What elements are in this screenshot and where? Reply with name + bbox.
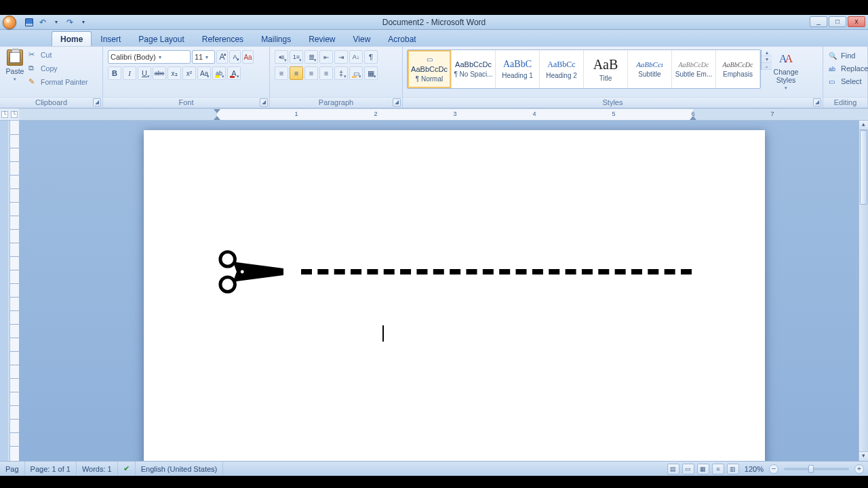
qat-customize[interactable] (77, 16, 90, 28)
tab-home[interactable]: Home (52, 31, 92, 46)
justify-button[interactable] (319, 66, 333, 80)
highlight-button[interactable]: ▾ (212, 66, 226, 80)
zoom-slider[interactable] (784, 468, 849, 470)
style-swatch[interactable]: AaBbCcDc¶ Normal (408, 50, 452, 88)
numbering-button[interactable]: ▾ (290, 50, 303, 64)
tab-page-layout[interactable]: Page Layout (130, 31, 193, 46)
increase-indent-button[interactable] (334, 50, 348, 64)
maximize-button[interactable]: □ (829, 16, 846, 27)
paste-button[interactable]: Paste ▾ (3, 48, 27, 82)
status-page[interactable]: Page: 1 of 1 (25, 462, 77, 476)
grow-font-button[interactable] (216, 50, 228, 64)
style-swatch[interactable]: AaBbCHeading 1 (496, 50, 540, 88)
page (144, 130, 765, 461)
select-button[interactable]: Select (829, 75, 862, 87)
undo-dropdown[interactable] (50, 16, 62, 28)
status-pag[interactable]: Pag (0, 462, 25, 476)
office-button[interactable] (3, 16, 16, 29)
view-web-layout[interactable]: ▦ (697, 464, 709, 474)
strike-button[interactable] (153, 66, 166, 80)
style-swatch[interactable]: AaBbCcιSubtitle (628, 50, 672, 88)
gallery-down-icon[interactable]: ▾ (762, 56, 772, 63)
scroll-down-icon[interactable]: ▾ (859, 451, 868, 461)
gallery-more-icon[interactable]: ⌄ (762, 63, 772, 70)
underline-button[interactable]: ▾ (138, 66, 151, 80)
subscript-button[interactable] (167, 66, 181, 80)
vertical-scrollbar[interactable]: ▴ ▾ (859, 121, 868, 461)
style-swatch[interactable]: AaBbCcDcEmphasis (716, 50, 760, 88)
replace-label: Replace (841, 64, 868, 73)
sort-button[interactable] (349, 50, 363, 64)
tab-insert[interactable]: Insert (92, 31, 130, 46)
horizontal-ruler[interactable]: 1234567 (19, 108, 868, 121)
save-button[interactable] (23, 16, 35, 28)
font-color-button[interactable]: ▾ (227, 66, 241, 80)
show-marks-button[interactable] (364, 50, 378, 64)
shrink-font-button[interactable] (229, 50, 241, 64)
format-painter-label: Format Painter (41, 78, 87, 86)
styles-gallery[interactable]: AaBbCcDc¶ NormalAaBbCcDc¶ No Spaci...AaB… (407, 49, 761, 89)
view-full-screen[interactable]: ▭ (682, 464, 694, 474)
minimize-button[interactable]: _ (810, 16, 827, 27)
zoom-value[interactable]: 120% (745, 465, 764, 473)
align-left-button[interactable] (275, 66, 288, 80)
close-button[interactable]: x (848, 16, 865, 27)
font-size-combo[interactable]: 11▾ (192, 50, 215, 64)
copy-button[interactable]: Copy (28, 62, 87, 75)
status-words[interactable]: Words: 1 (77, 462, 118, 476)
scroll-thumb[interactable] (860, 130, 867, 205)
status-proofing[interactable]: ✔ (118, 462, 136, 476)
hanging-indent-marker[interactable] (214, 116, 220, 120)
view-print-layout[interactable]: ▤ (667, 464, 679, 474)
status-language[interactable]: English (United States) (136, 462, 224, 476)
style-swatch[interactable]: AaBTitle (584, 50, 628, 88)
italic-button[interactable] (123, 66, 136, 80)
align-right-button[interactable] (304, 66, 318, 80)
shading-button[interactable]: ▾ (349, 66, 363, 80)
style-swatch[interactable]: AaBbCcHeading 2 (540, 50, 584, 88)
cut-label: Cut (41, 51, 52, 59)
styles-launcher[interactable]: ◢ (813, 98, 821, 106)
scroll-up-icon[interactable]: ▴ (859, 121, 868, 130)
bold-button[interactable] (108, 66, 121, 80)
font-name-combo[interactable]: Calibri (Body)▾ (108, 50, 191, 64)
zoom-out-button[interactable]: − (769, 464, 778, 474)
zoom-knob[interactable] (808, 465, 814, 473)
view-outline[interactable]: ≡ (712, 464, 724, 474)
cut-button[interactable]: Cut (28, 49, 87, 61)
superscript-button[interactable] (182, 66, 196, 80)
vertical-ruler[interactable]: └└ (0, 108, 19, 461)
style-swatch[interactable]: AaBbCcDcSubtle Em... (672, 50, 716, 88)
redo-button[interactable] (64, 16, 76, 28)
find-button[interactable]: Find (829, 49, 855, 62)
clear-format-button[interactable] (242, 50, 254, 64)
gallery-up-icon[interactable]: ▴ (762, 49, 772, 56)
replace-button[interactable]: Replace (829, 62, 868, 75)
paragraph-launcher[interactable]: ◢ (393, 98, 401, 106)
style-swatch[interactable]: AaBbCcDc¶ No Spaci... (452, 50, 496, 88)
change-styles-button[interactable]: AA Change Styles ▾ (772, 49, 800, 91)
align-center-button[interactable] (290, 66, 303, 80)
font-launcher[interactable]: ◢ (260, 98, 268, 106)
borders-button[interactable]: ▾ (364, 66, 378, 80)
zoom-in-button[interactable]: + (854, 464, 864, 474)
tab-acrobat[interactable]: Acrobat (379, 31, 425, 46)
change-case-button[interactable]: ▾ (197, 66, 211, 80)
first-line-indent-marker[interactable] (214, 109, 220, 113)
styles-gallery-scroller[interactable]: ▴ ▾ ⌄ (761, 49, 772, 70)
clipboard-launcher[interactable]: ◢ (93, 98, 101, 106)
bullets-button[interactable]: ▾ (275, 50, 288, 64)
view-draft[interactable]: ▥ (727, 464, 739, 474)
format-painter-button[interactable]: Format Painter (28, 76, 87, 88)
tab-view[interactable]: View (344, 31, 380, 46)
tab-mailings[interactable]: Mailings (252, 31, 300, 46)
document-area[interactable] (19, 121, 859, 461)
decrease-indent-button[interactable] (319, 50, 333, 64)
undo-button[interactable] (37, 16, 49, 28)
line-spacing-button[interactable]: ▾ (334, 66, 348, 80)
tab-references[interactable]: References (193, 31, 252, 46)
multilevel-button[interactable]: ▾ (304, 50, 318, 64)
status-bar: Pag Page: 1 of 1 Words: 1 ✔ English (Uni… (0, 461, 868, 476)
tab-review[interactable]: Review (300, 31, 344, 46)
word-window: Document2 - Microsoft Word _ □ x Home In… (0, 15, 868, 476)
